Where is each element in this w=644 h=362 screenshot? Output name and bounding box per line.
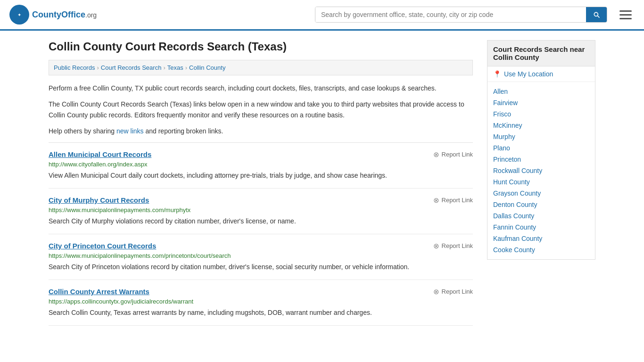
report-link[interactable]: ⊗ Report Link: [433, 196, 473, 205]
new-links-link[interactable]: new links: [116, 127, 144, 135]
report-label: Report Link: [442, 197, 473, 204]
listing-title[interactable]: City of Princeton Court Records: [49, 242, 156, 250]
sidebar-nearby-item: Grayson County: [487, 188, 595, 199]
listing-title[interactable]: Collin County Arrest Warrants: [49, 288, 149, 296]
description-3: Help others by sharing new links and rep…: [49, 126, 473, 136]
menu-icon: [619, 14, 632, 16]
main-container: Collin County Court Records Search (Texa…: [39, 31, 605, 335]
breadcrumb-texas[interactable]: Texas: [167, 64, 183, 71]
sidebar-nearby-link[interactable]: Murphy: [493, 133, 515, 140]
logo-icon: ✦: [9, 5, 29, 25]
report-link[interactable]: ⊗ Report Link: [433, 150, 473, 159]
report-label: Report Link: [442, 242, 473, 249]
listing-url[interactable]: https://www.municipalonlinepayments.com/…: [49, 252, 473, 259]
sidebar-box: Court Records Search near Collin County …: [487, 40, 595, 260]
listing-desc: Search City of Murphy violations record …: [49, 216, 473, 226]
sidebar-nearby-link[interactable]: Fairview: [493, 99, 518, 107]
sidebar-nearby-link[interactable]: Rockwall County: [493, 167, 542, 174]
sidebar-nearby-item: Kaufman County: [487, 233, 595, 244]
description-2: The Collin County Court Records Search (…: [49, 99, 473, 120]
sidebar-title: Court Records Search near Collin County: [487, 41, 595, 66]
svg-text:✦: ✦: [17, 12, 21, 17]
sidebar-nearby-link[interactable]: Dallas County: [493, 212, 534, 220]
report-icon: ⊗: [433, 196, 439, 205]
page-title: Collin County Court Records Search (Texa…: [49, 40, 473, 53]
report-icon: ⊗: [433, 288, 439, 296]
sidebar-nearby-link[interactable]: Plano: [493, 144, 510, 152]
list-item: Allen Municipal Court Records ⊗ Report L…: [49, 143, 473, 189]
sidebar-nearby-item: Allen: [487, 86, 595, 97]
listing-desc: Search City of Princeton violations reco…: [49, 262, 473, 272]
menu-icon: [619, 18, 632, 19]
desc3-prefix: Help others by sharing: [49, 127, 116, 135]
breadcrumb-sep: ›: [185, 64, 187, 71]
list-item: City of Princeton Court Records ⊗ Report…: [49, 234, 473, 280]
listing-url[interactable]: http://www.cityofallen.org/index.aspx: [49, 161, 473, 168]
desc3-suffix: and reporting broken links.: [144, 127, 223, 135]
listing-desc: Search Collin County, Texas arrest warra…: [49, 308, 473, 318]
sidebar-nearby-item: McKinney: [487, 120, 595, 131]
sidebar-nearby-item: Plano: [487, 142, 595, 154]
report-label: Report Link: [442, 288, 473, 295]
report-icon: ⊗: [433, 242, 439, 250]
use-location: 📍 Use My Location: [487, 66, 595, 82]
sidebar-nearby-item: Frisco: [487, 108, 595, 120]
sidebar-nearby-item: Princeton: [487, 154, 595, 165]
listing-header: City of Murphy Court Records ⊗ Report Li…: [49, 196, 473, 205]
use-location-link[interactable]: Use My Location: [504, 70, 553, 78]
report-label: Report Link: [442, 151, 473, 158]
breadcrumb-sep: ›: [163, 64, 165, 71]
sidebar: Court Records Search near Collin County …: [487, 40, 595, 326]
listing-title[interactable]: Allen Municipal Court Records: [49, 150, 151, 158]
breadcrumb-collin-county[interactable]: Collin County: [189, 64, 225, 71]
sidebar-nearby-item: Fannin County: [487, 222, 595, 233]
breadcrumb: Public Records › Court Records Search › …: [49, 60, 473, 75]
breadcrumb-sep: ›: [97, 64, 99, 71]
list-item: Collin County Arrest Warrants ⊗ Report L…: [49, 280, 473, 326]
sidebar-nearby-link[interactable]: Cooke County: [493, 246, 535, 254]
sidebar-nearby-link[interactable]: Fannin County: [493, 223, 536, 231]
listing-title[interactable]: City of Murphy Court Records: [49, 196, 149, 204]
listing-header: Allen Municipal Court Records ⊗ Report L…: [49, 150, 473, 159]
listing-header: Collin County Arrest Warrants ⊗ Report L…: [49, 288, 473, 296]
listing-url[interactable]: https://www.municipalonlinepayments.com/…: [49, 206, 473, 214]
sidebar-nearby-link[interactable]: Allen: [493, 88, 508, 95]
breadcrumb-public-records[interactable]: Public Records: [54, 64, 95, 71]
breadcrumb-court-records[interactable]: Court Records Search: [101, 64, 162, 71]
listing-desc: View Allen Municipal Court daily court d…: [49, 171, 473, 181]
logo-text: CountyOffice.org: [32, 10, 97, 20]
sidebar-nearby-item: Hunt County: [487, 176, 595, 188]
sidebar-nearby-link[interactable]: Hunt County: [493, 178, 530, 186]
search-button[interactable]: [586, 7, 607, 22]
list-item: City of Murphy Court Records ⊗ Report Li…: [49, 189, 473, 234]
sidebar-nearby-link[interactable]: Grayson County: [493, 189, 541, 197]
report-link[interactable]: ⊗ Report Link: [433, 242, 473, 250]
listing-container: Allen Municipal Court Records ⊗ Report L…: [49, 142, 473, 326]
search-bar: [315, 7, 607, 23]
report-link[interactable]: ⊗ Report Link: [433, 288, 473, 296]
site-header: ✦ CountyOffice.org: [0, 0, 644, 31]
sidebar-nearby-item: Cooke County: [487, 244, 595, 255]
sidebar-nearby-item: Rockwall County: [487, 165, 595, 176]
sidebar-nearby-link[interactable]: Denton County: [493, 201, 537, 208]
sidebar-nearby-item: Dallas County: [487, 210, 595, 222]
listing-header: City of Princeton Court Records ⊗ Report…: [49, 242, 473, 250]
content-area: Collin County Court Records Search (Texa…: [49, 40, 473, 326]
listing-url[interactable]: https://apps.collincountytx.gov/judicial…: [49, 298, 473, 305]
location-icon: 📍: [493, 70, 501, 78]
sidebar-nearby-link[interactable]: McKinney: [493, 122, 522, 129]
description-1: Perform a free Collin County, TX public …: [49, 83, 473, 93]
report-icon: ⊗: [433, 150, 439, 159]
sidebar-nearby-list: AllenFairviewFriscoMcKinneyMurphyPlanoPr…: [487, 82, 595, 259]
menu-icon: [619, 10, 632, 12]
menu-button[interactable]: [617, 8, 635, 22]
search-icon: [593, 11, 600, 18]
sidebar-nearby-link[interactable]: Frisco: [493, 110, 511, 118]
sidebar-nearby-link[interactable]: Princeton: [493, 156, 521, 163]
search-input[interactable]: [315, 7, 586, 22]
sidebar-nearby-item: Fairview: [487, 97, 595, 108]
sidebar-nearby-item: Murphy: [487, 131, 595, 142]
site-logo[interactable]: ✦ CountyOffice.org: [9, 5, 97, 25]
sidebar-nearby-item: Denton County: [487, 199, 595, 210]
sidebar-nearby-link[interactable]: Kaufman County: [493, 235, 542, 242]
